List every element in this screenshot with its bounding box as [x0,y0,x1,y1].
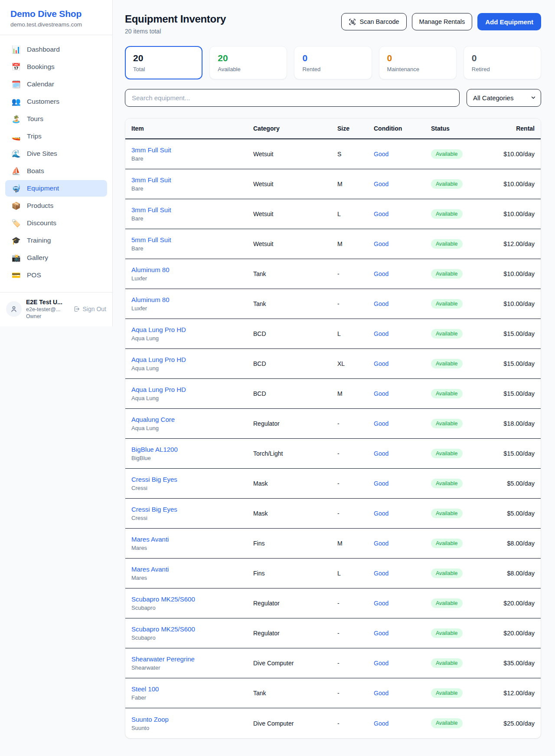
condition-link[interactable]: Good [374,330,388,337]
table-row[interactable]: 5mm Full Suit Bare Wetsuit M Good Availa… [125,229,541,259]
item-name-link[interactable]: BigBlue AL1200 [131,446,253,453]
item-name-link[interactable]: Scubapro MK25/S600 [131,625,253,633]
sidebar-item-dive-sites[interactable]: 🌊 Dive Sites [5,145,107,162]
manage-rentals-button[interactable]: Manage Rentals [412,13,473,30]
category-select[interactable]: All Categories [467,89,541,107]
table-row[interactable]: Aluminum 80 Luxfer Tank - Good Available… [125,259,541,289]
item-name-link[interactable]: 5mm Full Suit [131,236,253,243]
scan-barcode-button[interactable]: Scan Barcode [341,13,406,30]
table-row[interactable]: Aqualung Core Aqua Lung Regulator - Good… [125,409,541,439]
sign-out-button[interactable]: Sign Out [73,306,106,312]
sidebar-item-discounts[interactable]: 🏷️ Discounts [5,215,107,231]
item-name-link[interactable]: Steel 100 [131,685,253,693]
condition-link[interactable]: Good [374,360,388,367]
user-name: E2E Test U... [26,299,69,306]
condition-link[interactable]: Good [374,151,388,158]
table-row[interactable]: Shearwater Peregrine Shearwater Dive Com… [125,648,541,678]
sidebar-item-boats[interactable]: ⛵ Boats [5,163,107,179]
item-name-link[interactable]: Scubapro MK25/S600 [131,595,253,603]
table-row[interactable]: Scubapro MK25/S600 Scubapro Regulator - … [125,618,541,648]
condition-link[interactable]: Good [374,600,388,607]
condition-link[interactable]: Good [374,630,388,637]
add-equipment-label: Add Equipment [485,18,533,26]
rental-cell: $20.00/day [492,600,535,607]
stat-card-total[interactable]: 20 Total [125,46,202,79]
status-badge: Available [431,718,463,728]
condition-link[interactable]: Good [374,210,388,217]
add-equipment-button[interactable]: Add Equipment [477,13,541,30]
table-row[interactable]: 3mm Full Suit Bare Wetsuit M Good Availa… [125,169,541,199]
stat-value: 0 [387,53,448,63]
rental-price: $15.00/day [503,330,535,337]
stat-card-maintenance[interactable]: 0 Maintenance [379,46,457,79]
table-row[interactable]: Scubapro MK25/S600 Scubapro Regulator - … [125,588,541,618]
table-row[interactable]: Steel 100 Faber Tank - Good Available $1… [125,678,541,708]
rental-price: $25.00/day [503,720,535,727]
condition-link[interactable]: Good [374,181,388,187]
condition-link[interactable]: Good [374,720,388,727]
table-row[interactable]: 3mm Full Suit Bare Wetsuit L Good Availa… [125,199,541,229]
table-row[interactable]: Cressi Big Eyes Cressi Mask - Good Avail… [125,499,541,529]
sidebar-item-gallery[interactable]: 📸 Gallery [5,250,107,266]
stat-card-retired[interactable]: 0 Retired [464,46,541,79]
sidebar-item-bookings[interactable]: 📅 Bookings [5,59,107,75]
item-name-link[interactable]: Aqua Lung Pro HD [131,326,253,333]
item-name-link[interactable]: Cressi Big Eyes [131,476,253,483]
status-cell: Available [431,658,492,668]
condition-link[interactable]: Good [374,480,388,487]
table-row[interactable]: Aqua Lung Pro HD Aqua Lung BCD XL Good A… [125,349,541,379]
item-name-link[interactable]: Aqua Lung Pro HD [131,356,253,363]
item-name-link[interactable]: 3mm Full Suit [131,206,253,214]
pos-icon: 💳 [11,272,21,279]
item-name-link[interactable]: Aqualung Core [131,416,253,423]
item-name-link[interactable]: Aluminum 80 [131,266,253,273]
table-row[interactable]: Mares Avanti Mares Fins M Good Available… [125,529,541,559]
condition-link[interactable]: Good [374,510,388,517]
item-cell: 3mm Full Suit Bare [131,146,253,162]
condition-link[interactable]: Good [374,660,388,667]
sidebar-item-products[interactable]: 📦 Products [5,197,107,214]
sidebar-item-trips[interactable]: 🚤 Trips [5,128,107,145]
condition-link[interactable]: Good [374,300,388,307]
table-row[interactable]: Suunto Zoop Suunto Dive Computer - Good … [125,708,541,738]
item-name-link[interactable]: Mares Avanti [131,565,253,573]
item-name-link[interactable]: 3mm Full Suit [131,176,253,184]
condition-link[interactable]: Good [374,270,388,277]
sidebar-item-tours[interactable]: 🏝️ Tours [5,111,107,127]
discounts-icon: 🏷️ [11,220,21,227]
table-row[interactable]: Cressi Big Eyes Cressi Mask - Good Avail… [125,469,541,499]
sidebar-item-training[interactable]: 🎓 Training [5,232,107,249]
item-name-link[interactable]: Cressi Big Eyes [131,506,253,513]
sidebar-item-pos[interactable]: 💳 POS [5,267,107,283]
page-title: Equipment Inventory [125,13,226,25]
table-row[interactable]: Mares Avanti Mares Fins L Good Available… [125,559,541,588]
status-cell: Available [431,569,492,579]
item-name-link[interactable]: 3mm Full Suit [131,146,253,154]
sidebar-item-dashboard[interactable]: 📊 Dashboard [5,41,107,58]
condition-link[interactable]: Good [374,420,388,427]
table-row[interactable]: BigBlue AL1200 BigBlue Torch/Light - Goo… [125,439,541,469]
sidebar-item-calendar[interactable]: 🗓️ Calendar [5,76,107,92]
stat-card-rented[interactable]: 0 Rented [294,46,372,79]
stat-card-available[interactable]: 20 Available [209,46,287,79]
condition-link[interactable]: Good [374,690,388,697]
item-name-link[interactable]: Aluminum 80 [131,296,253,303]
search-input[interactable] [125,89,460,107]
condition-link[interactable]: Good [374,390,388,397]
condition-link[interactable]: Good [374,240,388,247]
sidebar-item-customers[interactable]: 👥 Customers [5,93,107,110]
item-name-link[interactable]: Mares Avanti [131,536,253,543]
table-row[interactable]: Aqua Lung Pro HD Aqua Lung BCD L Good Av… [125,319,541,349]
condition-link[interactable]: Good [374,540,388,547]
sidebar-item-label: Discounts [27,219,56,227]
condition-link[interactable]: Good [374,450,388,457]
item-name-link[interactable]: Shearwater Peregrine [131,655,253,663]
sidebar-item-equipment[interactable]: 🤿 Equipment [5,180,107,197]
item-name-link[interactable]: Suunto Zoop [131,716,253,723]
item-name-link[interactable]: Aqua Lung Pro HD [131,386,253,393]
table-row[interactable]: Aqua Lung Pro HD Aqua Lung BCD M Good Av… [125,379,541,409]
rental-price: $8.00/day [507,540,535,547]
table-row[interactable]: 3mm Full Suit Bare Wetsuit S Good Availa… [125,139,541,169]
condition-link[interactable]: Good [374,570,388,577]
table-row[interactable]: Aluminum 80 Luxfer Tank - Good Available… [125,289,541,319]
